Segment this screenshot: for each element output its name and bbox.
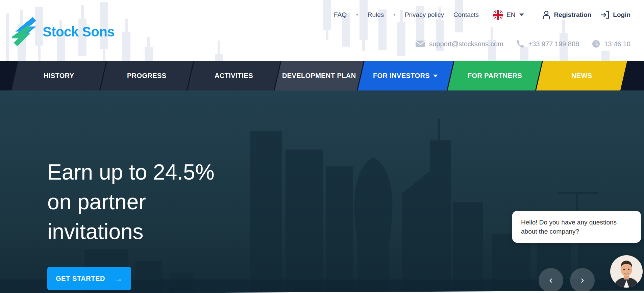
top-utility-nav: FAQ • Rules • Privacy policy Contacts EN [334,9,630,20]
uk-flag-icon [493,10,503,20]
nav-link-faq[interactable]: FAQ [334,11,347,19]
language-code: EN [506,11,515,19]
hero-section: Earn up to 24.5% on partner invitations … [0,90,644,293]
separator-dot: • [356,12,358,18]
menu-item-news[interactable]: NEWS [536,61,627,90]
menu-item-for-investors[interactable]: FOR INVESTORS [358,61,453,90]
menu-item-development-plan[interactable]: DEVELOPMENT PLAN [275,61,364,90]
logo-icon [12,16,38,47]
agent-photo [610,255,643,288]
support-email[interactable]: support@stocksons.com [416,40,503,48]
separator-dot: • [393,12,395,18]
hero-heading: Earn up to 24.5% on partner invitations [47,157,215,246]
login-icon [601,11,610,19]
brand-name: Stock Sons [43,24,115,39]
nav-link-contacts[interactable]: Contacts [453,11,479,19]
registration-button[interactable]: Registration [542,10,591,19]
nav-link-rules[interactable]: Rules [368,11,384,19]
chevron-right-icon: › [581,275,584,285]
chevron-down-icon [434,74,438,77]
carousel-prev-button[interactable]: ‹ [539,268,563,293]
menu-item-for-partners[interactable]: FOR PARTNERS [448,61,542,90]
support-agent-avatar[interactable] [610,255,643,288]
envelope-icon [416,41,425,47]
main-menu: HISTORY PROGRESS ACTIVITIES DEVELOPMENT … [0,61,644,90]
chat-message: Hello! Do you have any questions about t… [521,218,632,236]
login-label: Login [613,11,630,19]
language-selector[interactable]: EN [493,10,524,20]
get-started-button[interactable]: GET STARTED → [47,267,131,290]
server-time: 13:46:10 [592,40,630,48]
menu-item-history[interactable]: HISTORY [11,61,106,90]
nav-link-privacy-policy[interactable]: Privacy policy [405,11,444,19]
carousel-next-button[interactable]: › [570,268,595,293]
site-header: Stock Sons FAQ • Rules • Privacy policy … [0,0,644,61]
login-button[interactable]: Login [601,11,630,19]
user-icon [542,10,550,19]
registration-label: Registration [554,11,591,19]
chat-bubble[interactable]: Hello! Do you have any questions about t… [512,211,641,243]
logo[interactable]: Stock Sons [12,16,115,47]
menu-item-activities[interactable]: ACTIVITIES [188,61,280,90]
menu-item-progress[interactable]: PROGRESS [100,61,193,90]
support-phone[interactable]: +33 977 199 808 [516,40,579,48]
chevron-left-icon: ‹ [549,275,553,285]
phone-icon [516,40,524,48]
arrow-right-icon: → [114,274,123,283]
contact-bar: support@stocksons.com +33 977 199 808 13… [416,40,630,48]
clock-icon [592,40,600,48]
chevron-down-icon [519,14,524,16]
